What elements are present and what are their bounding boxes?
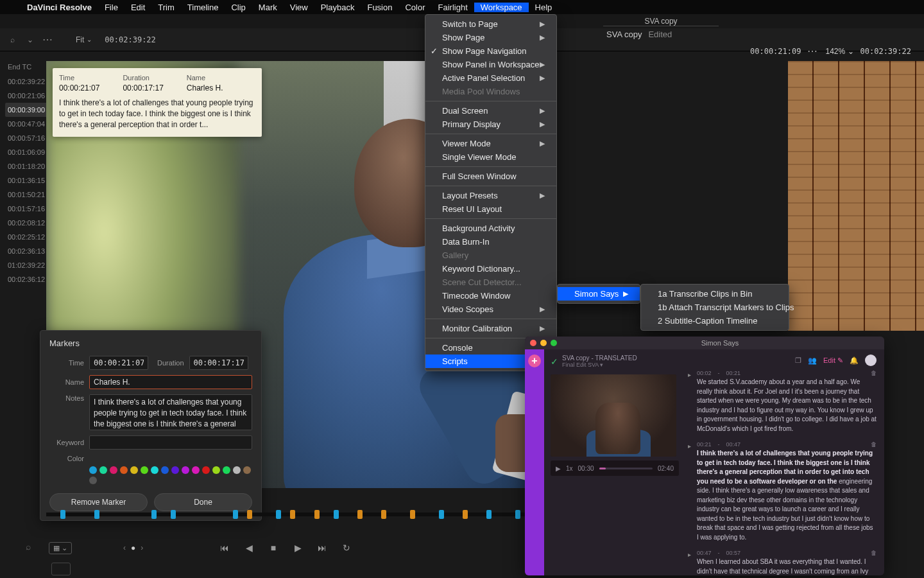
more-icon[interactable]: ⋯ bbox=[41, 33, 55, 47]
menu-item[interactable]: Full Screen Window bbox=[425, 170, 556, 183]
minimize-icon[interactable] bbox=[540, 340, 547, 346]
people-icon[interactable]: 👥 bbox=[808, 356, 817, 365]
zoom-percent[interactable]: 142% ⌄ bbox=[825, 47, 853, 56]
menu-item[interactable]: Data Burn-In bbox=[425, 235, 556, 249]
menu-item[interactable]: Video Scopes▶ bbox=[425, 302, 556, 316]
menu-item[interactable]: Monitor Calibration▶ bbox=[425, 322, 556, 335]
menu-item[interactable]: Timecode Window bbox=[425, 289, 556, 302]
layout-toggle-icon[interactable] bbox=[51, 563, 71, 575]
simon-says-submenu[interactable]: 1a Transcribe Clips in Bin1b Attach Tran… bbox=[640, 284, 789, 331]
color-swatch[interactable] bbox=[89, 466, 97, 474]
bell-icon[interactable]: 🔔 bbox=[850, 356, 859, 365]
color-swatch[interactable] bbox=[151, 466, 158, 474]
scripts-submenu[interactable]: Simon Says▶ bbox=[557, 284, 640, 304]
timeline-marker[interactable] bbox=[314, 510, 320, 519]
tc-row[interactable]: 01:02:39:22 bbox=[8, 258, 47, 272]
progress-bar[interactable] bbox=[599, 468, 653, 469]
menu-mark[interactable]: Mark bbox=[252, 3, 284, 12]
tc-row[interactable]: 00:01:36:15 bbox=[8, 173, 47, 188]
tc-row[interactable]: 00:02:36:13 bbox=[8, 244, 47, 258]
color-swatch[interactable] bbox=[110, 466, 117, 474]
tc-row[interactable]: 00:02:36:12 bbox=[8, 272, 47, 286]
prev-clip-icon[interactable]: ⏮ bbox=[219, 542, 230, 554]
menu-fairlight[interactable]: Fairlight bbox=[432, 3, 474, 12]
tc-row[interactable]: 00:00:21:06 bbox=[8, 89, 47, 103]
chevron-down-icon[interactable]: ⌄ bbox=[23, 33, 37, 47]
play-icon[interactable]: ▶ bbox=[556, 465, 561, 472]
ss-icon[interactable]: ❐ bbox=[795, 356, 801, 365]
menu-item[interactable]: 1a Transcribe Clips in Bin bbox=[641, 287, 789, 301]
color-swatches[interactable] bbox=[49, 466, 252, 484]
menu-color[interactable]: Color bbox=[398, 3, 431, 12]
loop-icon[interactable]: ↻ bbox=[341, 542, 352, 554]
play-icon[interactable]: ▶ bbox=[292, 542, 304, 554]
menu-help[interactable]: Help bbox=[529, 3, 559, 12]
keyword-field[interactable] bbox=[89, 435, 252, 450]
menu-item[interactable]: Show Panel in Workspace▶ bbox=[425, 58, 556, 71]
edit-link[interactable]: Edit ✎ bbox=[823, 356, 843, 365]
tc-row[interactable]: 00:01:50:21 bbox=[8, 188, 47, 202]
ss-player[interactable]: ▶ 1x 00:30 02:40 bbox=[551, 460, 679, 476]
menu-item[interactable]: Active Panel Selection▶ bbox=[425, 71, 556, 85]
timeline-marker[interactable] bbox=[94, 510, 99, 519]
tc-row[interactable]: 00:01:18:20 bbox=[8, 159, 47, 173]
timeline-marker[interactable] bbox=[247, 510, 252, 519]
tc-row[interactable]: 00:00:57:16 bbox=[8, 131, 47, 145]
menu-workspace[interactable]: Workspace bbox=[474, 3, 529, 12]
color-swatch[interactable] bbox=[202, 466, 210, 474]
color-swatch[interactable] bbox=[233, 466, 241, 474]
transcript-segment[interactable]: ▸00:47-00:57🗑When I learned about SBA it… bbox=[688, 550, 877, 575]
prev-page-icon[interactable]: ‹ bbox=[123, 543, 126, 552]
menu-item[interactable]: Background Activity bbox=[425, 222, 556, 235]
color-swatch[interactable] bbox=[120, 466, 128, 474]
timeline-marker[interactable] bbox=[463, 510, 468, 519]
menu-edit[interactable]: Edit bbox=[124, 3, 151, 12]
menu-trim[interactable]: Trim bbox=[151, 3, 181, 12]
menu-item[interactable]: 2 Subtitle-Caption Timeline bbox=[641, 314, 789, 328]
timeline-marker[interactable] bbox=[290, 510, 295, 519]
menu-item[interactable]: Keyword Dictionary... bbox=[425, 262, 556, 276]
tc-row[interactable]: 00:02:39:22 bbox=[8, 74, 47, 89]
stop-icon[interactable]: ■ bbox=[268, 542, 279, 554]
menu-item[interactable]: Reset UI Layout bbox=[425, 202, 556, 216]
next-page-icon[interactable]: › bbox=[141, 543, 143, 552]
add-icon[interactable]: + bbox=[528, 355, 541, 367]
timeline-marker[interactable] bbox=[410, 510, 415, 519]
color-swatch[interactable] bbox=[212, 466, 220, 474]
timeline-marker[interactable] bbox=[151, 510, 157, 519]
menu-item[interactable]: Switch to Page▶ bbox=[425, 17, 556, 31]
next-clip-icon[interactable]: ⏭ bbox=[316, 542, 328, 554]
workspace-menu[interactable]: Switch to Page▶Show Page▶Show Page Navig… bbox=[425, 14, 557, 371]
playback-speed[interactable]: 1x bbox=[566, 465, 573, 472]
menu-view[interactable]: View bbox=[284, 3, 314, 12]
menu-item[interactable]: Show Page Navigation bbox=[425, 44, 556, 58]
color-swatch[interactable] bbox=[89, 477, 97, 484]
layout-icon[interactable]: ▦ ⌄ bbox=[49, 542, 72, 554]
duration-field[interactable] bbox=[189, 356, 248, 370]
ss-video-thumbnail[interactable] bbox=[551, 374, 676, 457]
avatar[interactable] bbox=[865, 355, 877, 366]
menu-item[interactable]: Dual Screen▶ bbox=[425, 104, 556, 118]
color-swatch[interactable] bbox=[243, 466, 251, 474]
tc-row[interactable]: 00:02:08:12 bbox=[8, 216, 47, 230]
notes-field[interactable] bbox=[89, 394, 252, 430]
timeline-marker[interactable] bbox=[381, 510, 386, 519]
timeline-marker[interactable] bbox=[357, 510, 363, 519]
ss-project-subtitle[interactable]: Final Edit SVA ▾ bbox=[562, 362, 637, 368]
menu-fusion[interactable]: Fusion bbox=[361, 3, 398, 12]
color-swatch[interactable] bbox=[99, 466, 107, 474]
remove-marker-button[interactable]: Remove Marker bbox=[49, 493, 148, 511]
tab-sva-copy[interactable]: SVA copy bbox=[603, 17, 719, 26]
name-field[interactable] bbox=[89, 375, 252, 389]
step-back-icon[interactable]: ◀ bbox=[243, 542, 255, 554]
timeline-marker[interactable] bbox=[60, 510, 65, 519]
color-swatch[interactable] bbox=[161, 466, 169, 474]
zoom-icon[interactable] bbox=[551, 340, 557, 346]
menu-item[interactable]: Viewer Mode▶ bbox=[425, 137, 556, 150]
menu-item[interactable]: Primary Display▶ bbox=[425, 118, 556, 131]
tc-row[interactable]: 00:01:57:16 bbox=[8, 202, 47, 216]
color-swatch[interactable] bbox=[182, 466, 189, 474]
menu-item[interactable]: Layout Presets▶ bbox=[425, 189, 556, 202]
timeline-marker[interactable] bbox=[486, 510, 492, 519]
timeline-marker[interactable] bbox=[439, 510, 444, 519]
